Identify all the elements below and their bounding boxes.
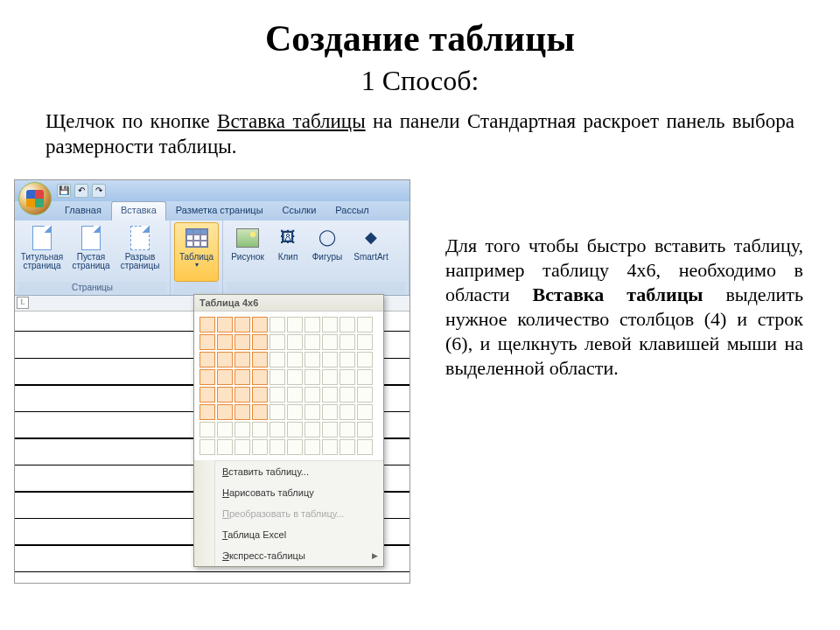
grid-cell[interactable] bbox=[304, 387, 320, 402]
table-button[interactable]: Таблица ▾ bbox=[174, 222, 219, 282]
grid-cell[interactable] bbox=[217, 352, 233, 368]
grid-cell[interactable] bbox=[200, 352, 215, 368]
grid-cell[interactable] bbox=[270, 439, 285, 455]
grid-cell[interactable] bbox=[217, 387, 233, 402]
grid-cell[interactable] bbox=[252, 334, 268, 350]
blank-page-button[interactable]: Пустая страница bbox=[67, 222, 115, 282]
grid-cell[interactable] bbox=[252, 404, 268, 420]
picture-button[interactable]: Рисунок bbox=[227, 222, 269, 282]
grid-cell[interactable] bbox=[322, 317, 338, 332]
grid-cell[interactable] bbox=[322, 422, 338, 438]
grid-cell[interactable] bbox=[322, 404, 338, 420]
dropdown-item-quick-tables[interactable]: ▤Экспресс-таблицы▶ bbox=[215, 545, 383, 566]
grid-cell[interactable] bbox=[357, 369, 373, 385]
grid-cell[interactable] bbox=[322, 387, 338, 402]
grid-cell[interactable] bbox=[270, 352, 285, 368]
grid-cell[interactable] bbox=[252, 439, 268, 455]
grid-cell[interactable] bbox=[234, 439, 250, 455]
grid-cell[interactable] bbox=[304, 334, 320, 350]
grid-cell[interactable] bbox=[217, 369, 233, 385]
grid-cell[interactable] bbox=[340, 439, 355, 455]
grid-cell[interactable] bbox=[252, 387, 268, 402]
grid-cell[interactable] bbox=[234, 334, 250, 350]
grid-cell[interactable] bbox=[217, 404, 233, 420]
grid-cell[interactable] bbox=[252, 369, 268, 385]
grid-cell[interactable] bbox=[304, 369, 320, 385]
grid-cell[interactable] bbox=[252, 422, 268, 438]
grid-cell[interactable] bbox=[200, 317, 215, 332]
grid-cell[interactable] bbox=[322, 439, 338, 455]
grid-cell[interactable] bbox=[200, 369, 215, 385]
dropdown-item-table-insert[interactable]: ▦Вставить таблицу... bbox=[215, 461, 383, 482]
tab-references[interactable]: Ссылки bbox=[273, 201, 326, 220]
grid-cell[interactable] bbox=[340, 334, 355, 350]
grid-cell[interactable] bbox=[287, 369, 303, 385]
grid-cell[interactable] bbox=[270, 404, 285, 420]
grid-cell[interactable] bbox=[304, 404, 320, 420]
cover-page-button[interactable]: Титульная страница bbox=[18, 222, 66, 282]
grid-cell[interactable] bbox=[217, 317, 233, 332]
tab-home[interactable]: Главная bbox=[55, 201, 111, 220]
tab-mailings[interactable]: Рассыл bbox=[326, 201, 378, 220]
grid-cell[interactable] bbox=[357, 404, 373, 420]
grid-cell[interactable] bbox=[287, 317, 303, 332]
grid-cell[interactable] bbox=[340, 352, 355, 368]
grid-cell[interactable] bbox=[200, 387, 215, 402]
shapes-button[interactable]: ◯ Фигуры bbox=[307, 222, 347, 282]
grid-cell[interactable] bbox=[200, 422, 215, 438]
office-button[interactable] bbox=[18, 182, 52, 215]
grid-cell[interactable] bbox=[357, 422, 373, 438]
grid-cell[interactable] bbox=[270, 369, 285, 385]
grid-cell[interactable] bbox=[304, 422, 320, 438]
tab-insert[interactable]: Вставка bbox=[111, 201, 166, 220]
redo-icon[interactable]: ↷ bbox=[92, 184, 106, 198]
grid-cell[interactable] bbox=[340, 404, 355, 420]
grid-cell[interactable] bbox=[357, 352, 373, 368]
grid-cell[interactable] bbox=[270, 387, 285, 402]
grid-cell[interactable] bbox=[217, 334, 233, 350]
grid-cell[interactable] bbox=[340, 369, 355, 385]
grid-cell[interactable] bbox=[270, 334, 285, 350]
grid-cell[interactable] bbox=[270, 422, 285, 438]
tab-page-layout[interactable]: Разметка страницы bbox=[166, 201, 273, 220]
undo-icon[interactable]: ↶ bbox=[74, 184, 88, 198]
grid-cell[interactable] bbox=[357, 439, 373, 455]
grid-cell[interactable] bbox=[287, 334, 303, 350]
dropdown-item-excel-table[interactable]: ⊞Таблица Excel bbox=[215, 524, 383, 545]
grid-cell[interactable] bbox=[270, 317, 285, 332]
grid-cell[interactable] bbox=[340, 387, 355, 402]
grid-cell[interactable] bbox=[252, 352, 268, 368]
save-icon[interactable]: 💾 bbox=[57, 184, 71, 198]
grid-cell[interactable] bbox=[200, 439, 215, 455]
grid-cell[interactable] bbox=[340, 422, 355, 438]
smartart-button[interactable]: ◆ SmartArt bbox=[349, 222, 393, 282]
grid-cell[interactable] bbox=[322, 334, 338, 350]
grid-cell[interactable] bbox=[234, 404, 250, 420]
grid-cell[interactable] bbox=[287, 439, 303, 455]
grid-cell[interactable] bbox=[357, 334, 373, 350]
clip-button[interactable]: 🖼 Клип bbox=[270, 222, 305, 282]
dropdown-item-draw-table[interactable]: ✎Нарисовать таблицу bbox=[215, 482, 383, 503]
table-size-picker[interactable] bbox=[194, 312, 383, 460]
page-break-button[interactable]: Разрыв страницы bbox=[116, 222, 164, 282]
grid-cell[interactable] bbox=[234, 317, 250, 332]
grid-cell[interactable] bbox=[234, 387, 250, 402]
grid-cell[interactable] bbox=[304, 352, 320, 368]
grid-cell[interactable] bbox=[322, 369, 338, 385]
grid-cell[interactable] bbox=[200, 404, 215, 420]
grid-cell[interactable] bbox=[234, 422, 250, 438]
grid-cell[interactable] bbox=[287, 352, 303, 368]
grid-cell[interactable] bbox=[287, 422, 303, 438]
grid-cell[interactable] bbox=[304, 439, 320, 455]
grid-cell[interactable] bbox=[200, 334, 215, 350]
grid-cell[interactable] bbox=[234, 369, 250, 385]
grid-cell[interactable] bbox=[357, 387, 373, 402]
grid-cell[interactable] bbox=[340, 317, 355, 332]
grid-cell[interactable] bbox=[322, 352, 338, 368]
grid-cell[interactable] bbox=[287, 404, 303, 420]
grid-cell[interactable] bbox=[304, 317, 320, 332]
grid-cell[interactable] bbox=[357, 317, 373, 332]
grid-cell[interactable] bbox=[217, 422, 233, 438]
grid-cell[interactable] bbox=[234, 352, 250, 368]
grid-cell[interactable] bbox=[287, 387, 303, 402]
